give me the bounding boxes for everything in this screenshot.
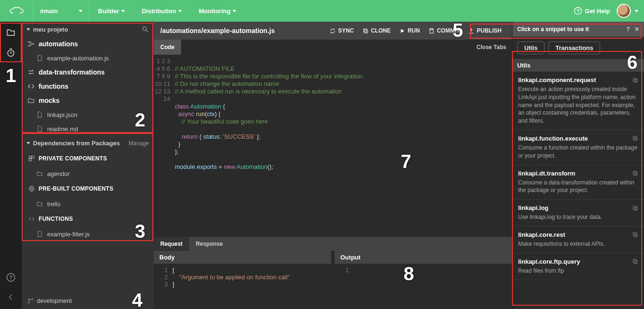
editor-actions: SYNC CLONE RUN COMMIT PUBLISH <box>326 25 505 36</box>
code-editor[interactable]: 1 2 3 4 5 6 7 8 9 10 11 12 13 14 // AUTO… <box>154 55 512 231</box>
tab-request[interactable]: Request <box>154 237 189 251</box>
tree-file[interactable]: readme.md <box>22 122 154 136</box>
run-button[interactable]: RUN <box>396 25 424 36</box>
svg-rect-22 <box>634 138 637 141</box>
deps-functions[interactable]: FUNCTIONS <box>22 211 154 227</box>
svg-rect-26 <box>634 207 637 210</box>
save-icon <box>429 28 435 34</box>
code-icon <box>27 83 35 90</box>
project-header[interactable]: meu projeto <box>22 22 154 37</box>
snippet-item[interactable]: linkapi.dt.transformConsume a data-trans… <box>512 165 644 200</box>
user-menu[interactable] <box>617 4 644 18</box>
tree-file[interactable]: example-automation.js <box>22 51 154 65</box>
svg-rect-19 <box>633 78 636 81</box>
snippet-item[interactable]: linkapi.core.ftp.queryRead files from ft… <box>512 253 644 280</box>
svg-rect-25 <box>633 206 636 209</box>
tree-data-transformations[interactable]: data-transformations <box>22 65 154 79</box>
sync-icon <box>330 28 336 34</box>
output-editor[interactable]: 1 <box>335 264 512 309</box>
tab-utils[interactable]: Utils <box>517 42 545 54</box>
publish-button[interactable]: PUBLISH <box>464 25 505 36</box>
commit-button[interactable]: COMMIT <box>425 25 464 36</box>
icon-rail: ? <box>0 22 22 309</box>
output-label: Output <box>335 251 512 264</box>
copy-icon[interactable] <box>632 205 638 211</box>
env-footer[interactable]: development <box>22 292 154 309</box>
clone-icon <box>363 28 369 34</box>
snippet-item[interactable]: linkapi.component.requestExecute an acti… <box>512 72 644 130</box>
bottom-tabs: Request Response <box>154 237 512 251</box>
file-icon <box>36 54 43 62</box>
files-icon[interactable] <box>6 27 16 38</box>
copy-icon[interactable] <box>632 258 638 265</box>
automation-icon <box>27 40 35 48</box>
menu-monitoring[interactable]: Monitoring <box>190 0 245 22</box>
code-icon <box>28 216 35 222</box>
copy-icon[interactable] <box>632 231 638 238</box>
branch-selector[interactable]: #main <box>33 0 90 22</box>
tree-folder[interactable]: trello <box>22 197 154 211</box>
body-editor[interactable]: 123 [ "Argument to be applied on functio… <box>154 264 331 309</box>
top-menu: Builder Distribution Monitoring <box>90 0 245 22</box>
collapse-icon[interactable] <box>6 292 16 302</box>
deps-private[interactable]: PRIVATE COMPONENTS <box>22 150 154 167</box>
logo[interactable] <box>0 6 33 16</box>
path-bar: /automations/example-automation.js SYNC … <box>154 22 512 40</box>
bottom-panel: Request Response Body 123 [ "Argument to… <box>154 231 512 309</box>
branch-icon <box>27 298 34 304</box>
folder-icon <box>36 170 43 177</box>
copy-icon[interactable] <box>632 170 638 176</box>
tree-automations[interactable]: automations <box>22 37 154 51</box>
clone-button[interactable]: CLONE <box>359 25 395 36</box>
snippets-section-label: Utils <box>512 59 644 72</box>
svg-rect-9 <box>29 156 32 159</box>
chevron-down-icon <box>26 142 30 144</box>
menu-builder[interactable]: Builder <box>90 0 133 22</box>
component-icon <box>28 155 35 162</box>
folder-icon <box>36 200 43 208</box>
svg-point-13 <box>28 299 30 300</box>
svg-rect-16 <box>363 29 367 32</box>
request-body-panel: Body 123 [ "Argument to be applied on fu… <box>154 251 335 309</box>
swap-icon <box>27 68 35 76</box>
menu-distribution[interactable]: Distribution <box>133 0 190 22</box>
copy-icon[interactable] <box>632 135 638 142</box>
help-icon[interactable]: ? <box>627 26 630 33</box>
help-icon[interactable]: ? <box>6 272 16 283</box>
editor-tabs: Code Close Tabs <box>154 40 512 55</box>
tab-response[interactable]: Response <box>189 237 229 251</box>
body-label: Body <box>154 251 331 264</box>
tab-code[interactable]: Code <box>154 40 181 55</box>
deps-header[interactable]: Dependencies from Packages Manage <box>22 136 154 150</box>
tree-file[interactable]: example-filter.js <box>22 227 154 241</box>
cron-icon[interactable] <box>6 47 16 58</box>
line-gutter: 1 2 3 4 5 6 7 8 9 10 11 12 13 14 <box>154 55 175 231</box>
tree-file[interactable]: linkapi.json <box>22 108 154 122</box>
sidebar: meu projeto automations example-automati… <box>22 22 154 309</box>
svg-point-14 <box>28 302 30 303</box>
manage-link[interactable]: Manage <box>129 140 149 147</box>
tree-functions[interactable]: functions <box>22 79 154 93</box>
search-icon[interactable] <box>141 25 149 33</box>
tree-mocks[interactable]: mocks <box>22 93 154 108</box>
snippet-item[interactable]: linkapi.logUse linkapi.log to trace your… <box>512 200 644 226</box>
close-icon[interactable]: ✕ <box>635 26 639 33</box>
tab-transactions[interactable]: Transactions <box>548 42 600 54</box>
tree-folder[interactable]: agendor <box>22 167 154 181</box>
svg-rect-18 <box>430 28 432 30</box>
snippet-item[interactable]: linkapi.function.executeConsume a functi… <box>512 130 644 165</box>
deps-prebuilt[interactable]: PRE-BUILT COMPONENTS <box>22 181 154 197</box>
globe-icon <box>28 185 35 192</box>
snippets-panel: Click on a snippet to use it ? ✕ Utils T… <box>512 22 644 309</box>
svg-rect-24 <box>634 172 637 175</box>
cloud-logo-icon <box>9 6 24 16</box>
svg-point-6 <box>28 42 30 43</box>
editor-area: /automations/example-automation.js SYNC … <box>154 22 512 309</box>
file-icon <box>36 230 43 238</box>
snippet-item[interactable]: linkapi.core.restMake requisitions to ex… <box>512 226 644 253</box>
sync-button[interactable]: SYNC <box>326 25 357 36</box>
get-help-button[interactable]: ? Get Help <box>567 7 617 15</box>
close-tabs-button[interactable]: Close Tabs <box>471 40 512 55</box>
top-bar: #main Builder Distribution Monitoring ? … <box>0 0 644 22</box>
copy-icon[interactable] <box>632 77 638 84</box>
